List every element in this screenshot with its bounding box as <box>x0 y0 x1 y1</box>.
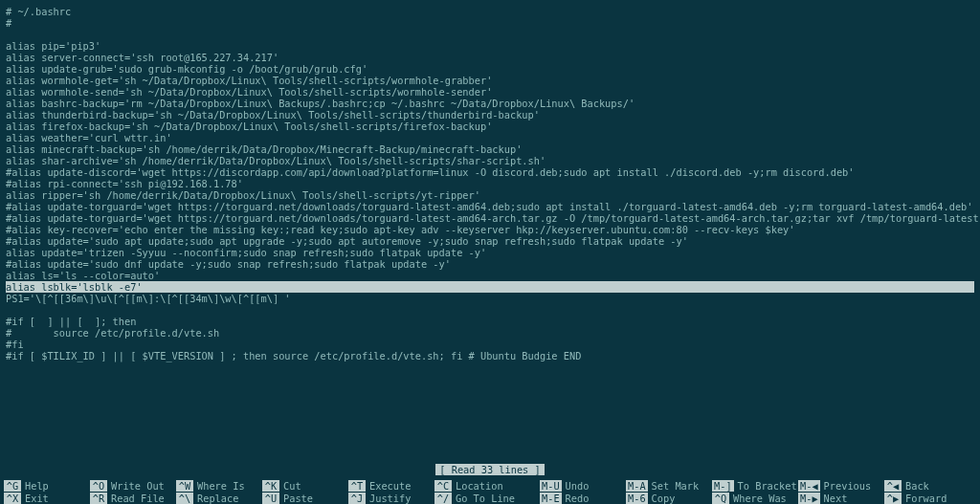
shortcut-key: ^U <box>262 493 279 504</box>
text-line: alias weather='curl wttr.in' <box>6 132 974 143</box>
text-line: alias ripper='sh /home/derrik/Data/Dropb… <box>6 189 974 201</box>
shortcut-execute[interactable]: ^TExecute <box>348 480 434 492</box>
shortcut-to-bracket[interactable]: M-]To Bracket <box>712 480 798 492</box>
shortcut-label: Where Was <box>733 493 787 504</box>
shortcut-write-out[interactable]: ^OWrite Out <box>90 480 176 492</box>
shortcut-label: Exit <box>25 493 49 504</box>
shortcut-undo[interactable]: M-UUndo <box>540 480 626 492</box>
shortcut-key: M-◀ <box>798 480 820 492</box>
shortcut-key: ^▶ <box>884 493 902 504</box>
shortcut-cut[interactable]: ^KCut <box>262 480 348 492</box>
help-row-1: ^GHelp^OWrite Out^WWhere Is^KCut^TExecut… <box>4 479 980 492</box>
shortcut-label: Help <box>25 480 49 492</box>
shortcut-key: ^◀ <box>884 480 902 492</box>
shortcut-key: ^/ <box>434 493 452 504</box>
shortcut-key: M-▶ <box>798 493 820 504</box>
shortcut-label: Next <box>824 493 848 504</box>
text-line: #alias update-discord='wget https://disc… <box>6 166 974 178</box>
text-line: alias firefox-backup='sh ~/Data/Dropbox/… <box>6 121 974 132</box>
text-line: # <box>6 17 974 29</box>
shortcut-key: ^Q <box>712 493 729 504</box>
shortcut-key: ^C <box>434 480 452 492</box>
shortcut-key: M-6 <box>626 493 648 504</box>
text-line: alias shar-archive='sh /home/derrik/Data… <box>6 155 974 166</box>
cursor-line: alias lsblk='lsblk -e7' <box>6 281 974 293</box>
editor-content[interactable]: # ~/.bashrc# alias pip='pip3'alias serve… <box>0 0 980 477</box>
shortcut-next[interactable]: M-▶Next <box>798 493 884 504</box>
text-line: #alias key-recover='echo enter the missi… <box>6 224 974 235</box>
text-line: alias bashrc-backup='rm ~/Data/Dropbox/L… <box>6 98 974 109</box>
shortcut-where-was[interactable]: ^QWhere Was <box>712 493 798 504</box>
help-row-2: ^XExit^RRead File^\Replace^UPaste^JJusti… <box>4 492 980 504</box>
shortcut-key: ^J <box>348 493 366 504</box>
shortcut-key: ^\ <box>176 493 193 504</box>
shortcut-label: Previous <box>824 480 872 492</box>
text-line: PS1='\[^[[36m\]\u\[^[[m\]:\[^[[34m\]\w\[… <box>6 293 974 304</box>
shortcut-redo[interactable]: M-ERedo <box>540 493 626 504</box>
text-line: #fi <box>6 339 974 350</box>
text-line: alias ls='ls --color=auto' <box>6 270 974 281</box>
help-bar: ^GHelp^OWrite Out^WWhere Is^KCut^TExecut… <box>0 479 980 504</box>
shortcut-label: To Bracket <box>738 480 797 492</box>
shortcut-back[interactable]: ^◀Back <box>884 480 970 492</box>
shortcut-copy[interactable]: M-6Copy <box>626 493 712 504</box>
shortcut-label: Execute <box>369 480 411 492</box>
text-line: # source /etc/profile.d/vte.sh <box>6 327 974 339</box>
text-line <box>6 304 974 316</box>
status-bar: [ Read 33 lines ] <box>0 464 980 477</box>
shortcut-label: Read File <box>111 493 165 504</box>
text-line: alias update-grub='sudo grub-mkconfig -o… <box>6 63 974 75</box>
shortcut-key: ^G <box>4 480 21 492</box>
shortcut-location[interactable]: ^CLocation <box>434 480 540 492</box>
shortcut-label: Cut <box>283 480 301 492</box>
shortcut-label: Forward <box>905 493 947 504</box>
shortcut-go-to-line[interactable]: ^/Go To Line <box>434 493 540 504</box>
shortcut-key: M-] <box>712 480 734 492</box>
shortcut-label: Justify <box>369 493 411 504</box>
shortcut-label: Write Out <box>111 480 165 492</box>
shortcut-replace[interactable]: ^\Replace <box>176 493 262 504</box>
text-line: alias wormhole-send='sh ~/Data/Dropbox/L… <box>6 86 974 98</box>
shortcut-forward[interactable]: ^▶Forward <box>884 493 970 504</box>
shortcut-label: Go To Line <box>456 493 515 504</box>
status-message: [ Read 33 lines ] <box>435 464 544 475</box>
shortcut-previous[interactable]: M-◀Previous <box>798 480 884 492</box>
shortcut-label: Replace <box>197 493 238 504</box>
shortcut-label: Redo <box>566 493 590 504</box>
text-line: alias thunderbird-backup='sh ~/Data/Drop… <box>6 109 974 121</box>
shortcut-label: Paste <box>283 493 313 504</box>
shortcut-key: ^R <box>90 493 107 504</box>
shortcut-key: ^O <box>90 480 107 492</box>
shortcut-label: Back <box>905 480 929 492</box>
text-line: #alias update-torguard='wget https://tor… <box>6 201 974 212</box>
text-line: #alias update-torguard='wget https://tor… <box>6 212 974 224</box>
text-line: #if [ $TILIX_ID ] || [ $VTE_VERSION ] ; … <box>6 350 974 362</box>
shortcut-label: Where Is <box>197 480 245 492</box>
shortcut-exit[interactable]: ^XExit <box>4 493 90 504</box>
shortcut-key: ^X <box>4 493 21 504</box>
text-line: # ~/.bashrc <box>6 6 974 17</box>
shortcut-justify[interactable]: ^JJustify <box>348 493 434 504</box>
shortcut-key: M-E <box>540 493 562 504</box>
text-line: #if [ ] || [ ]; then <box>6 316 974 327</box>
shortcut-key: ^T <box>348 480 366 492</box>
shortcut-label: Set Mark <box>652 480 700 492</box>
shortcut-label: Undo <box>566 480 590 492</box>
shortcut-key: M-A <box>626 480 648 492</box>
shortcut-where-is[interactable]: ^WWhere Is <box>176 480 262 492</box>
shortcut-paste[interactable]: ^UPaste <box>262 493 348 504</box>
shortcut-read-file[interactable]: ^RRead File <box>90 493 176 504</box>
shortcut-key: ^W <box>176 480 193 492</box>
shortcut-label: Copy <box>652 493 676 504</box>
text-line: #alias update='sudo apt update;sudo apt … <box>6 235 974 247</box>
text-line: alias server-connect='ssh root@165.227.3… <box>6 52 974 63</box>
text-line: alias minecraft-backup='sh /home/derrik/… <box>6 143 974 155</box>
shortcut-key: M-U <box>540 480 562 492</box>
shortcut-label: Location <box>456 480 503 492</box>
text-line: #alias update='sudo dnf update -y;sudo s… <box>6 258 974 270</box>
text-line: alias wormhole-get='sh ~/Data/Dropbox/Li… <box>6 75 974 86</box>
shortcut-set-mark[interactable]: M-ASet Mark <box>626 480 712 492</box>
shortcut-help[interactable]: ^GHelp <box>4 480 90 492</box>
text-line: alias pip='pip3' <box>6 40 974 52</box>
text-line <box>6 29 974 40</box>
